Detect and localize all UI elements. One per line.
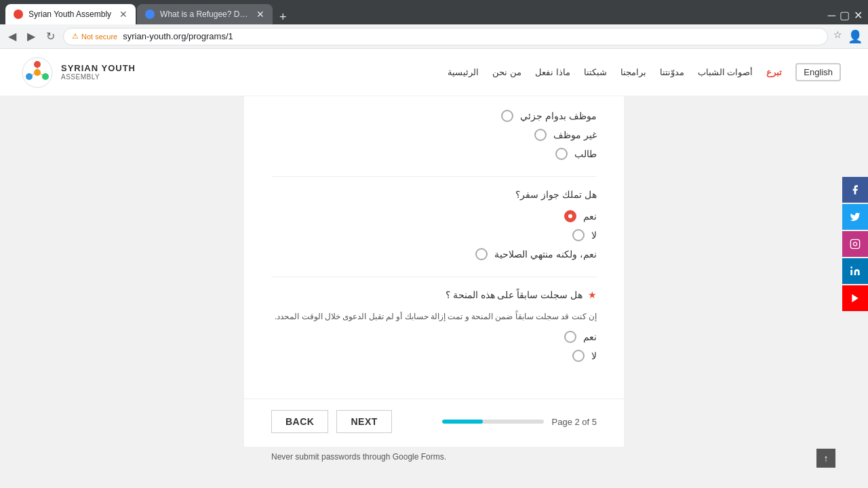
logo-sub: ASSEMBLY [61, 73, 136, 81]
youtube-button[interactable] [842, 285, 868, 311]
employment-section: موظف بدوام جزئي غير موظف طالب [271, 110, 597, 160]
next-button[interactable]: NEXT [336, 410, 391, 433]
nav-donate[interactable]: تبرع [766, 67, 782, 77]
radio-student[interactable] [555, 148, 568, 160]
instagram-button[interactable] [842, 231, 868, 257]
radio-expired-passport[interactable] [475, 248, 488, 260]
option-no-prev[interactable]: لا [271, 350, 597, 362]
passport-question: هل تملك جواز سفر؟ [271, 188, 597, 202]
tab-close-1[interactable]: ✕ [119, 9, 127, 20]
option-part-time-label: موظف بدوام جزئي [520, 110, 597, 121]
svg-line-7 [41, 74, 43, 75]
not-secure-indicator: ⚠ Not secure [72, 32, 117, 41]
bookmark-icon[interactable]: ☆ [833, 29, 842, 44]
logo-svg [20, 56, 54, 89]
option-yes-prev-label: نعم [583, 331, 597, 342]
instagram-icon [850, 239, 861, 249]
page-wrapper: موظف بدوام جزئي غير موظف طالب هل تملك جو… [0, 96, 868, 488]
option-no-prev-label: لا [591, 350, 597, 361]
previous-reg-question-text: هل سجلت سابقاً على هذه المنحة ؟ [446, 289, 583, 300]
nav-blog[interactable]: مدوّنتنا [660, 67, 684, 77]
option-yes-prev[interactable]: نعم [271, 331, 597, 343]
option-part-time[interactable]: موظف بدوام جزئي [271, 110, 597, 122]
address-field[interactable]: ⚠ Not secure syrian-youth.org/programs/1 [63, 28, 828, 45]
linkedin-icon [850, 266, 861, 277]
option-expired-passport-label: نعم، ولكنه منتهي الصلاحية [494, 249, 597, 260]
tab-close-2[interactable]: ✕ [256, 9, 264, 20]
previous-reg-hint: إن كنت قد سجلت سابقاً ضمن المنحة و تمت إ… [271, 310, 597, 323]
nav-programs[interactable]: برامجنا [620, 67, 646, 77]
tab-inactive[interactable]: What is a Refugee? Definition ar... ✕ [137, 4, 273, 24]
svg-marker-11 [852, 294, 858, 302]
content-card: موظف بدوام جزئي غير موظف طالب هل تملك جو… [244, 96, 624, 399]
page-indicator: Page 2 of 5 [552, 417, 597, 427]
address-actions: ☆ 👤 [833, 29, 863, 44]
progress-fill [442, 420, 483, 424]
option-no-passport-label: لا [591, 230, 597, 241]
passport-section: هل تملك جواز سفر؟ نعم لا نعم، ولكنه منته… [271, 188, 597, 260]
facebook-icon [850, 184, 861, 195]
nav-home[interactable]: الرئيسية [448, 67, 479, 77]
site-nav: English تبرع أصوات الشباب مدوّنتنا برامج… [448, 63, 848, 81]
radio-no-passport[interactable] [572, 229, 585, 241]
tab-active[interactable]: Syrian Youth Assembly ✕ [5, 4, 136, 24]
radio-unemployed[interactable] [534, 129, 547, 141]
nav-youth-voices[interactable]: أصوات الشباب [698, 67, 753, 77]
forward-nav-button[interactable]: ▶ [24, 27, 38, 45]
form-disclaimer: Never submit passwords through Google Fo… [244, 447, 624, 467]
progress-bar [442, 420, 544, 424]
required-star: ★ [588, 289, 597, 300]
option-unemployed[interactable]: غير موظف [271, 129, 597, 141]
back-nav-button[interactable]: ◀ [5, 27, 19, 45]
option-expired-passport[interactable]: نعم، ولكنه منتهي الصلاحية [271, 248, 597, 260]
linkedin-button[interactable] [842, 258, 868, 284]
radio-yes-prev[interactable] [564, 331, 576, 343]
previous-registration-section: ★ هل سجلت سابقاً على هذه المنحة ؟ إن كنت… [271, 288, 597, 362]
site-header: SYRIAN YOUTH ASSEMBLY English تبرع أصوات… [0, 49, 868, 96]
nav-what-we-do[interactable]: ماذا نفعل [535, 67, 570, 77]
svg-point-10 [850, 266, 852, 268]
radio-part-time[interactable] [501, 110, 513, 122]
youtube-icon [850, 293, 861, 304]
section-divider-1 [271, 176, 597, 177]
close-button[interactable]: ✕ [854, 9, 863, 22]
address-bar-row: ◀ ▶ ↻ ⚠ Not secure syrian-youth.org/prog… [0, 24, 868, 49]
svg-point-3 [42, 73, 49, 80]
logo-text: SYRIAN YOUTH ASSEMBLY [61, 63, 136, 82]
tab-title-2: What is a Refugee? Definition ar... [160, 9, 248, 19]
option-no-passport[interactable]: لا [271, 229, 597, 241]
browser-chrome: Syrian Youth Assembly ✕ What is a Refuge… [0, 0, 868, 24]
facebook-button[interactable] [842, 177, 868, 203]
nav-network[interactable]: شبكتنا [584, 67, 607, 77]
option-yes-passport-label: نعم [583, 211, 597, 222]
option-student-label: طالب [574, 148, 597, 159]
section-divider-2 [271, 277, 597, 277]
tab-title-1: Syrian Youth Assembly [28, 9, 111, 19]
svg-line-6 [32, 74, 34, 75]
minimize-button[interactable]: ─ [828, 9, 835, 22]
scroll-to-top-button[interactable]: ↑ [816, 449, 835, 468]
nav-about[interactable]: من نحن [492, 67, 521, 77]
profile-icon[interactable]: 👤 [848, 29, 863, 44]
svg-point-1 [34, 61, 41, 68]
address-url: syrian-youth.org/programs/1 [123, 31, 233, 41]
refresh-button[interactable]: ↻ [43, 27, 58, 45]
social-sidebar [842, 177, 868, 311]
twitter-button[interactable] [842, 204, 868, 230]
lang-button[interactable]: English [795, 63, 841, 81]
progress-container: Page 2 of 5 [442, 417, 597, 427]
svg-point-2 [26, 73, 33, 80]
maximize-button[interactable]: ▢ [840, 9, 850, 22]
radio-yes-passport[interactable] [564, 210, 576, 222]
radio-no-prev[interactable] [572, 350, 585, 362]
previous-reg-question: ★ هل سجلت سابقاً على هذه المنحة ؟ [271, 288, 597, 302]
new-tab-button[interactable]: + [274, 10, 292, 24]
tab-favicon [14, 9, 23, 19]
back-button[interactable]: BACK [271, 410, 328, 433]
form-footer: BACK NEXT Page 2 of 5 [244, 399, 624, 447]
svg-rect-8 [850, 239, 859, 248]
option-yes-passport[interactable]: نعم [271, 210, 597, 222]
tab-favicon-2 [145, 9, 155, 19]
option-student[interactable]: طالب [271, 148, 597, 160]
twitter-icon [850, 211, 861, 222]
